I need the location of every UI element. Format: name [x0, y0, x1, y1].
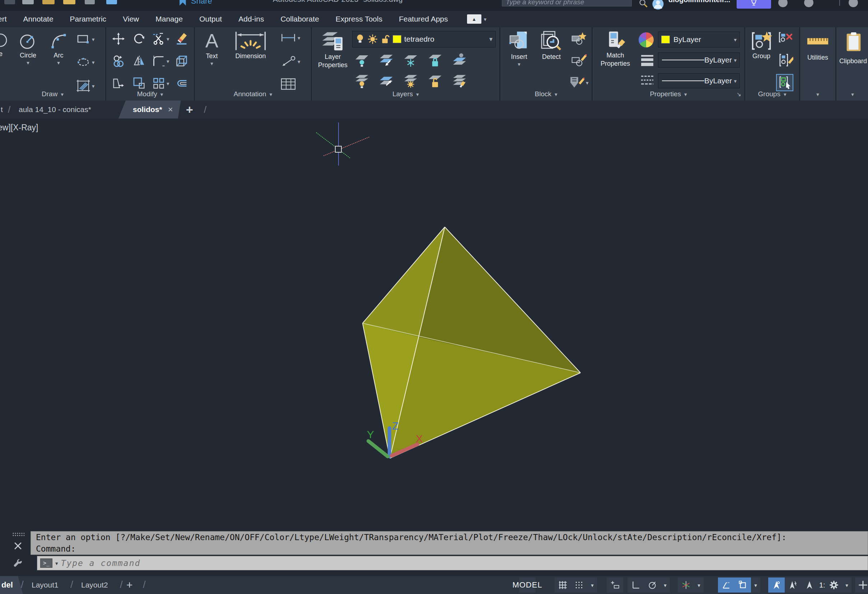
edit-block-button[interactable] [571, 53, 586, 68]
layer-unlock-button[interactable] [428, 73, 443, 88]
annotation-visibility-button[interactable] [768, 578, 785, 593]
leader-button[interactable]: ▾ [280, 55, 300, 68]
scale-button[interactable] [133, 77, 146, 90]
undo-icon[interactable] [106, 0, 117, 4]
layer-freeze-button[interactable] [403, 52, 418, 68]
layer-isolate-button[interactable] [379, 52, 394, 68]
polar-settings-caret[interactable]: ▾ [660, 578, 670, 593]
isodraft-button[interactable] [678, 578, 694, 593]
layer-unisolate-button[interactable] [379, 73, 394, 88]
utilities-flyout[interactable]: Utilities [800, 34, 836, 61]
table-button[interactable] [280, 78, 296, 90]
create-block-button[interactable] [571, 32, 586, 46]
help-icon[interactable] [849, 0, 858, 7]
snap-settings-caret[interactable]: ▾ [588, 578, 597, 593]
panel-label-utilities[interactable]: ▾ [800, 89, 836, 99]
osnap-button[interactable] [734, 578, 751, 593]
group-selection-toggle[interactable] [776, 74, 793, 91]
polar-tracking-button[interactable] [644, 578, 660, 593]
layer-off-button[interactable] [354, 52, 369, 68]
new-file-icon[interactable] [4, 0, 15, 4]
layer-on-all-button[interactable] [354, 73, 369, 88]
match-properties-button[interactable]: Match Properties [596, 30, 635, 68]
model-space-canvas[interactable]: Z Y X [0, 118, 868, 594]
layer-lock-button[interactable] [428, 52, 443, 68]
annotation-autoscale-button[interactable] [785, 578, 801, 593]
save-as-icon[interactable] [63, 0, 75, 4]
lineweight-dropdown[interactable]: ByLayer ▾ [658, 52, 740, 68]
command-handle-icon[interactable] [12, 532, 24, 537]
circle-button[interactable]: Circle ▾ [14, 31, 41, 65]
avatar-icon[interactable] [652, 0, 664, 10]
stretch-button[interactable] [112, 77, 125, 90]
command-close-icon[interactable] [14, 542, 22, 550]
customization-caret[interactable]: ▾ [842, 578, 852, 593]
tab-view[interactable]: View [115, 15, 147, 23]
copy-button[interactable] [112, 55, 125, 68]
ribbon-collapse-button[interactable]: ▲ ▾ [467, 14, 487, 24]
save-file-icon[interactable] [42, 0, 55, 4]
file-tab-solidos[interactable]: solidos* × [118, 100, 181, 118]
move-button[interactable] [112, 33, 125, 45]
ortho-mode-button[interactable] [627, 578, 644, 593]
open-file-icon[interactable] [22, 0, 34, 4]
array-button[interactable]: ▾ [152, 77, 170, 90]
new-drawing-tab-button[interactable]: + [186, 103, 193, 117]
panel-label-annotation[interactable]: Annotation▾ [195, 89, 311, 99]
snap-mode-button[interactable] [571, 578, 588, 593]
layout1-tab[interactable]: Layout1 [32, 576, 59, 594]
annotation-scale-button[interactable] [801, 578, 818, 593]
trim-button[interactable]: ▾ [152, 33, 170, 45]
linetype-dropdown[interactable]: ByLayer ▾ [658, 73, 740, 88]
panel-clipboard[interactable]: Clipboard ▾ [836, 27, 868, 100]
ellipse-button[interactable]: ▾ [76, 56, 95, 68]
tab-annotate[interactable]: Annotate [15, 15, 62, 23]
osnap-caret[interactable]: ▾ [751, 578, 760, 593]
panel-label-layers[interactable]: Layers▾ [312, 89, 499, 99]
text-button[interactable]: A Text ▾ [200, 30, 224, 66]
model-space-button[interactable]: MODEL [519, 578, 536, 593]
detect-button[interactable]: Detect [538, 30, 565, 61]
grid-display-button[interactable] [555, 578, 571, 593]
close-tab-icon[interactable]: × [168, 105, 173, 115]
tab-output[interactable]: Output [191, 15, 230, 23]
edit-attributes-button[interactable]: ▾ [568, 75, 589, 90]
rotate-button[interactable] [133, 33, 146, 45]
panel-utilities[interactable]: Utilities ▾ [800, 27, 836, 100]
search-icon[interactable] [638, 0, 648, 9]
rectangle-button[interactable]: ▾ [76, 33, 95, 45]
tab-express-tools[interactable]: Express Tools [328, 15, 391, 23]
clean-screen-button[interactable] [855, 578, 868, 593]
panel-label-block[interactable]: Block▾ [500, 89, 592, 99]
panel-label-modify[interactable]: Modify▾ [106, 89, 194, 99]
mirror-button[interactable] [133, 55, 146, 68]
tab-collaborate[interactable]: Collaborate [272, 15, 327, 23]
chevron-down-icon[interactable]: ▾ [55, 561, 58, 566]
erase-button[interactable] [175, 33, 188, 45]
layer-match-button[interactable] [452, 73, 467, 88]
group-button[interactable]: Group [747, 30, 775, 60]
clipboard-flyout[interactable]: Clipboard [838, 32, 868, 65]
panel-label-properties[interactable]: Properties▾ [593, 89, 744, 99]
layout2-tab[interactable]: Layout2 [81, 576, 108, 594]
command-customize-icon[interactable] [13, 559, 23, 569]
plot-icon[interactable] [85, 0, 95, 4]
tab-manage[interactable]: Manage [147, 15, 191, 23]
tab-featured-apps[interactable]: Featured Apps [391, 15, 456, 23]
username-label[interactable]: diogolimmonteir... [669, 0, 730, 4]
tab-insert-partial[interactable]: ert [0, 15, 15, 23]
panel-label-clipboard[interactable]: ▾ [836, 89, 868, 99]
layer-thaw-all-button[interactable] [403, 73, 418, 88]
layer-properties-button[interactable]: Layer Properties [316, 30, 350, 69]
layer-select-dropdown[interactable]: tetraedro ▾ [352, 31, 496, 47]
share-button[interactable]: Share [178, 0, 212, 6]
properties-dialog-launcher[interactable]: ↘ [737, 91, 741, 98]
customization-button[interactable] [826, 578, 842, 593]
ungroup-button[interactable] [778, 31, 793, 46]
osnap-tracking-button[interactable] [718, 578, 734, 593]
arc-button[interactable]: Arc ▾ [46, 31, 71, 65]
new-layout-button[interactable]: + [126, 576, 133, 594]
subscription-badge[interactable] [737, 0, 771, 9]
command-history[interactable]: Enter an option [?/Make/Set/New/Rename/O… [31, 531, 868, 555]
explode-button[interactable] [175, 55, 188, 68]
